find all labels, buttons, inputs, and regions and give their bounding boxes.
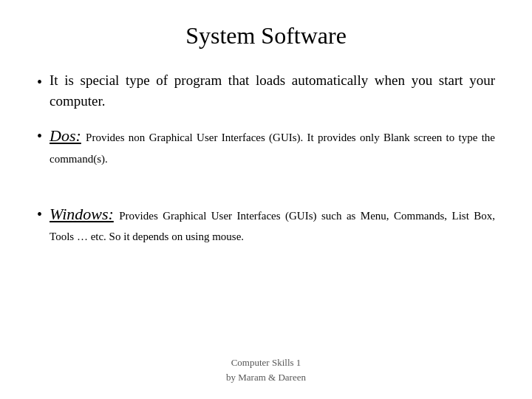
slide-container: System Software • It is special type of … (0, 0, 532, 399)
footer-line1: Computer Skills 1 (37, 355, 495, 370)
footer: Computer Skills 1 by Maram & Dareen (37, 355, 495, 384)
bullet-item-dos: • Dos: Provides non Graphical User Inter… (37, 124, 495, 168)
bullet-point-dos: • (37, 126, 42, 146)
bullet-point-1: • (37, 72, 42, 92)
dos-heading: Dos: (50, 126, 81, 145)
windows-heading: Windows: (50, 205, 114, 223)
spacer (37, 182, 495, 189)
bullet-text-1: It is special type of program that loads… (50, 70, 495, 111)
windows-subtext: Provides Graphical User Interfaces (GUIs… (50, 210, 495, 243)
bullet-point-windows: • (37, 204, 42, 225)
bullet-text-windows: Windows: Provides Graphical User Interfa… (50, 202, 495, 246)
content-area: • It is special type of program that loa… (37, 70, 495, 348)
bullet-item-1: • It is special type of program that loa… (37, 70, 495, 111)
slide-title: System Software (37, 22, 495, 50)
bullet-text-dos: Dos: Provides non Graphical User Interfa… (50, 124, 495, 168)
bullet-item-windows: • Windows: Provides Graphical User Inter… (37, 202, 495, 246)
footer-line2: by Maram & Dareen (37, 370, 495, 385)
dos-subtext: Provides non Graphical User Interfaces (… (50, 132, 495, 165)
